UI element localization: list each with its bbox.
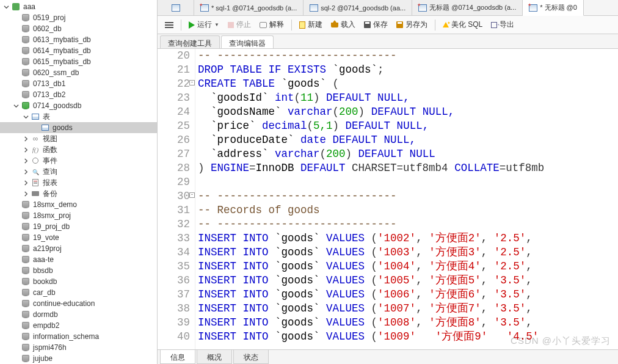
tab-query[interactable]: 无标题 @0714_goodsdb (a...	[412, 0, 523, 15]
tree-item[interactable]: dormdb	[0, 309, 157, 320]
code-line[interactable]: -- ----------------------------	[198, 217, 618, 231]
code-line[interactable]	[198, 175, 618, 189]
tree-item[interactable]: 0519_proj	[0, 12, 157, 23]
tree-label: 查询	[43, 167, 57, 177]
tree-item[interactable]: 0602_db	[0, 23, 157, 34]
chevron-right-icon[interactable]	[22, 135, 29, 142]
tree-item[interactable]: f()函数	[0, 144, 157, 155]
tree-item[interactable]: 0713_db1	[0, 78, 157, 89]
code-line[interactable]: INSERT INTO `goods` VALUES ('1005', '方便面…	[198, 274, 618, 288]
menu-button[interactable]	[161, 20, 177, 31]
tab-label: 无标题 @0714_goodsdb (a...	[429, 3, 516, 12]
chevron-down-icon[interactable]	[12, 102, 20, 109]
code-line[interactable]: DROP TABLE IF EXISTS `goods`;	[198, 63, 618, 77]
tree-item[interactable]: 0714_goodsdb	[0, 100, 157, 111]
tree-item[interactable]: car_db	[0, 287, 157, 298]
pretty-sql-button[interactable]: 美化 SQL	[439, 18, 486, 31]
sql-editor[interactable]: 202122-2324252627282930-3132333435363738…	[158, 49, 618, 349]
sub-tab[interactable]: 查询编辑器	[221, 35, 274, 48]
new-button[interactable]: 新建	[296, 18, 326, 31]
tree-item[interactable]: 0620_ssm_db	[0, 67, 157, 78]
code-line[interactable]: `goodsName` varchar(200) DEFAULT NULL,	[198, 105, 618, 119]
tree-item[interactable]: 备份	[0, 188, 157, 199]
tree-item[interactable]: 报表	[0, 177, 157, 188]
export-button[interactable]: 导出	[487, 18, 518, 31]
tree-label: continue-education	[33, 299, 95, 308]
code-line[interactable]: `goodsId` int(11) DEFAULT NULL,	[198, 91, 618, 105]
tree-item[interactable]: bbsdb	[0, 265, 157, 276]
code-line[interactable]: -- ----------------------------	[198, 49, 618, 63]
query-subtabs: 查询创建工具查询编辑器	[158, 34, 618, 49]
new-icon	[299, 21, 305, 29]
chevron-right-icon[interactable]	[22, 146, 29, 153]
export-icon	[491, 22, 497, 28]
sub-tab[interactable]: 查询创建工具	[160, 35, 220, 48]
tree-item[interactable]: 表	[0, 111, 157, 122]
load-button[interactable]: 载入	[327, 18, 359, 31]
code-line[interactable]: -- ----------------------------	[198, 189, 618, 203]
code-line[interactable]: INSERT INTO `goods` VALUES ('1007', '方便面…	[198, 302, 618, 316]
tree-item[interactable]: 0614_mybatis_db	[0, 45, 157, 56]
tab-home[interactable]	[158, 0, 194, 15]
tree-label: 0614_mybatis_db	[33, 46, 91, 55]
tree-item[interactable]: 19_proj_db	[0, 221, 157, 232]
tree-item[interactable]: goods	[0, 122, 157, 133]
tree-item[interactable]: 查询	[0, 166, 157, 177]
code-line[interactable]: -- Records of goods	[198, 203, 618, 217]
chevron-right-icon[interactable]	[22, 179, 29, 186]
bottom-tab[interactable]: 概况	[197, 350, 232, 364]
code-line[interactable]: INSERT INTO `goods` VALUES ('1009' '方便面9…	[198, 330, 618, 344]
stop-button[interactable]: 停止	[224, 18, 255, 31]
query-icon	[32, 167, 39, 176]
chevron-down-icon[interactable]	[22, 113, 29, 120]
code-line[interactable]: CREATE TABLE `goods` (	[198, 77, 618, 91]
bottom-tab[interactable]: 状态	[233, 350, 269, 364]
tab-query[interactable]: * 无标题 @0	[523, 0, 584, 16]
code-line[interactable]: INSERT INTO `goods` VALUES ('1002', '方便面…	[198, 231, 618, 246]
tree-item[interactable]: 0713_db2	[0, 89, 157, 100]
tree-item[interactable]: continue-education	[0, 298, 157, 309]
tree-item[interactable]: bookdb	[0, 276, 157, 287]
tree-item[interactable]: jujube	[0, 353, 157, 364]
database-icon	[22, 333, 29, 340]
tree-label: jujube	[33, 354, 53, 363]
code-line[interactable]: INSERT INTO `goods` VALUES ('1006', '方便面…	[198, 288, 618, 302]
code-line[interactable]: INSERT INTO `goods` VALUES ('1008', '方便面…	[198, 316, 618, 330]
tree-item[interactable]: empdb2	[0, 320, 157, 331]
tree-item[interactable]: aaa-te	[0, 254, 157, 265]
tree-item[interactable]: 0615_mybatis_db	[0, 56, 157, 67]
tree-item[interactable]: 19_vote	[0, 232, 157, 243]
tree-item[interactable]: 18smx_demo	[0, 199, 157, 210]
tree-item[interactable]: information_schema	[0, 331, 157, 342]
code-area[interactable]: -- ----------------------------DROP TABL…	[195, 49, 618, 349]
code-line[interactable]: ) ENGINE=InnoDB DEFAULT CHARSET=utf8mb4 …	[198, 161, 618, 175]
fold-toggle[interactable]: -	[189, 192, 195, 198]
save-button[interactable]: 保存	[360, 18, 391, 31]
tree-root[interactable]: aaa	[0, 1, 157, 12]
code-line[interactable]: `price` decimal(5,1) DEFAULT NULL,	[198, 119, 618, 133]
tree-item[interactable]: 0613_mybatis_db	[0, 34, 157, 45]
tree-item[interactable]: a219proj	[0, 243, 157, 254]
tree-item[interactable]: 视图	[0, 133, 157, 144]
tree-label: 备份	[43, 189, 57, 199]
fold-toggle[interactable]: -	[189, 80, 195, 86]
database-tree[interactable]: aaa0519_proj0602_db0613_mybatis_db0614_m…	[0, 0, 158, 364]
tree-item[interactable]: 18smx_proj	[0, 210, 157, 221]
saveas-button[interactable]: 另存为	[393, 18, 431, 31]
chevron-right-icon[interactable]	[22, 168, 29, 175]
code-line[interactable]: `produceDate` date DEFAULT NULL,	[198, 133, 618, 147]
tree-item[interactable]: jspmi476h	[0, 342, 157, 353]
chevron-right-icon[interactable]	[22, 190, 29, 197]
bottom-tab[interactable]: 信息	[160, 350, 195, 364]
tree-item[interactable]: 事件	[0, 155, 157, 166]
run-button[interactable]: 运行▼	[185, 18, 223, 31]
code-line[interactable]: INSERT INTO `goods` VALUES ('1003', '方便面…	[198, 246, 618, 260]
code-line[interactable]: `address` varchar(200) DEFAULT NULL	[198, 147, 618, 161]
explain-button[interactable]: 解释	[256, 18, 288, 31]
code-line[interactable]: INSERT INTO `goods` VALUES ('1004', '方便面…	[198, 260, 618, 274]
tab-query[interactable]: * sql-1 @0714_goodsdb (a...	[194, 0, 304, 15]
chevron-down-icon[interactable]	[2, 3, 10, 10]
database-icon	[22, 25, 29, 32]
tab-query[interactable]: sql-2 @0714_goodsdb (aa...	[304, 0, 412, 15]
chevron-right-icon[interactable]	[22, 157, 29, 164]
